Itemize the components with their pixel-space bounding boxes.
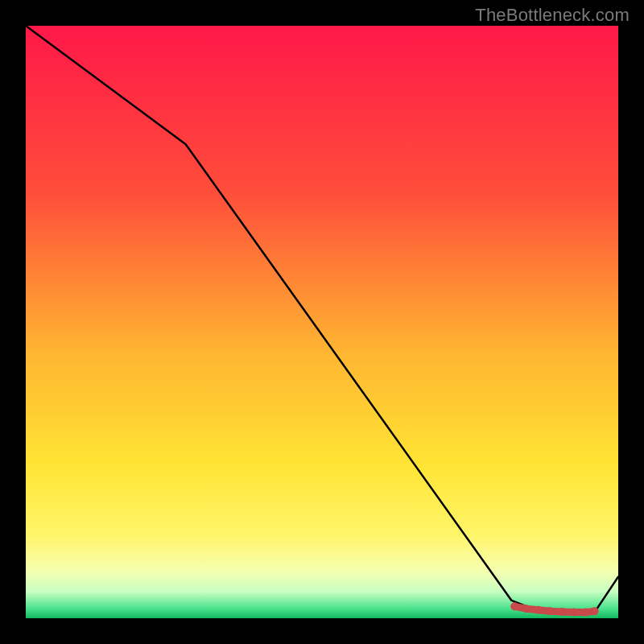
- marker-dot: [570, 609, 578, 617]
- marker-dot: [558, 608, 566, 616]
- marker-dot: [582, 609, 590, 617]
- marker-dot: [510, 602, 518, 610]
- chart-frame: TheBottleneck.com: [0, 0, 644, 644]
- marker-dot: [522, 605, 530, 613]
- marker-dot: [546, 607, 554, 615]
- plot-area: [26, 26, 618, 618]
- marker-dot: [535, 606, 543, 614]
- chart-svg: [26, 26, 618, 618]
- gradient-background: [26, 26, 618, 618]
- marker-dot: [591, 607, 599, 615]
- watermark-text: TheBottleneck.com: [475, 5, 630, 26]
